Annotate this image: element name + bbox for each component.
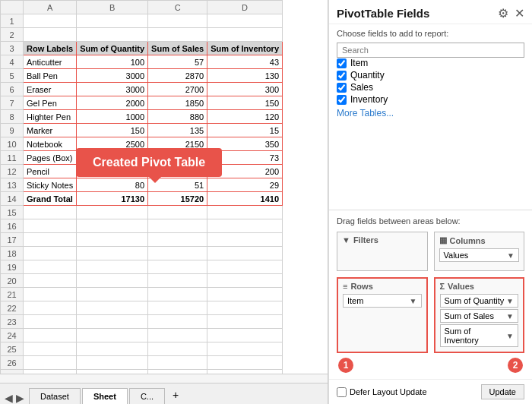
cell-r24-c0[interactable] [24, 329, 77, 342]
cell-r23-c3[interactable] [207, 315, 283, 329]
cell-r3-c1[interactable]: Sum of Quantity [77, 42, 148, 55]
cell-r1-c0[interactable] [24, 14, 77, 28]
cell-r15-c1[interactable] [77, 206, 148, 219]
cell-r17-c3[interactable] [207, 233, 283, 247]
tab-add-button[interactable]: + [166, 386, 185, 404]
cell-r2-c1[interactable] [77, 28, 148, 42]
cell-r8-c3[interactable]: 120 [207, 110, 283, 124]
values-sales-dropdown[interactable]: ▼ [506, 312, 514, 320]
cell-r4-c0[interactable]: Anticutter [24, 55, 77, 69]
cell-r4-c2[interactable]: 57 [148, 55, 207, 69]
defer-layout-checkbox[interactable]: Defer Layout Update [337, 387, 427, 397]
close-icon[interactable]: ✕ [515, 6, 524, 21]
values-item-sales[interactable]: Sum of Sales ▼ [440, 309, 519, 323]
cell-r27-c2[interactable] [148, 370, 207, 374]
columns-dropdown-arrow[interactable]: ▼ [507, 251, 515, 260]
cell-r27-c1[interactable] [77, 370, 148, 374]
search-input[interactable] [337, 43, 524, 58]
cell-r17-c0[interactable] [24, 233, 77, 247]
tab-c[interactable]: C... [129, 388, 165, 404]
grid-area[interactable]: A B C D 123Row LabelsSum of QuantitySum … [0, 0, 328, 374]
checkbox-item[interactable] [337, 58, 347, 68]
cell-r14-c2[interactable]: 15720 [148, 192, 207, 206]
cell-r6-c2[interactable]: 2700 [148, 83, 207, 96]
cell-r3-c3[interactable]: Sum of Inventory [207, 42, 283, 55]
values-inv-dropdown[interactable]: ▼ [506, 332, 514, 340]
nav-prev[interactable]: ◀ [5, 392, 13, 404]
cell-r25-c1[interactable] [77, 342, 148, 356]
cell-r3-c2[interactable]: Sum of Sales [148, 42, 207, 55]
cell-r23-c2[interactable] [148, 315, 207, 329]
cell-r24-c1[interactable] [77, 329, 148, 342]
cell-r22-c0[interactable] [24, 301, 77, 315]
cell-r21-c3[interactable] [207, 288, 283, 301]
cell-r7-c2[interactable]: 1850 [148, 96, 207, 110]
cell-r20-c0[interactable] [24, 274, 77, 288]
cell-r5-c3[interactable]: 130 [207, 69, 283, 83]
cell-r17-c1[interactable] [77, 233, 148, 247]
cell-r11-c0[interactable]: Pages (Box) [24, 151, 77, 165]
cell-r20-c2[interactable] [148, 274, 207, 288]
cell-r27-c3[interactable] [207, 370, 283, 374]
cell-r25-c2[interactable] [148, 342, 207, 356]
cell-r13-c1[interactable]: 80 [77, 178, 148, 192]
cell-r16-c1[interactable] [77, 219, 148, 233]
cell-r10-c0[interactable]: Notebook [24, 137, 77, 151]
sheet-nav[interactable]: ◀ ▶ [0, 392, 29, 404]
checkbox-sales[interactable] [337, 83, 347, 93]
gear-icon[interactable]: ⚙ [498, 6, 508, 21]
cell-r8-c0[interactable]: Highter Pen [24, 110, 77, 124]
cell-r14-c1[interactable]: 17130 [77, 192, 148, 206]
cell-r16-c0[interactable] [24, 219, 77, 233]
cell-r21-c2[interactable] [148, 288, 207, 301]
cell-r8-c2[interactable]: 880 [148, 110, 207, 124]
tab-dataset[interactable]: Dataset [29, 388, 81, 404]
cell-r19-c1[interactable] [77, 260, 148, 274]
cell-r5-c2[interactable]: 2870 [148, 69, 207, 83]
cell-r3-c0[interactable]: Row Labels [24, 42, 77, 55]
more-tables-link[interactable]: More Tables... [337, 108, 524, 118]
cell-r24-c3[interactable] [207, 329, 283, 342]
cell-r15-c3[interactable] [207, 206, 283, 219]
cell-r26-c1[interactable] [77, 356, 148, 370]
cell-r23-c0[interactable] [24, 315, 77, 329]
cell-r19-c3[interactable] [207, 260, 283, 274]
tab-sheet[interactable]: Sheet [82, 388, 128, 404]
cell-r18-c3[interactable] [207, 247, 283, 260]
cell-r7-c1[interactable]: 2000 [77, 96, 148, 110]
checkbox-quantity[interactable] [337, 71, 347, 80]
rows-item[interactable]: Item ▼ [343, 294, 422, 308]
cell-r6-c0[interactable]: Eraser [24, 83, 77, 96]
cell-r7-c0[interactable]: Gel Pen [24, 96, 77, 110]
cell-r2-c0[interactable] [24, 28, 77, 42]
cell-r8-c1[interactable]: 1000 [77, 110, 148, 124]
cell-r15-c0[interactable] [24, 206, 77, 219]
values-item-inventory[interactable]: Sum of Inventory ▼ [440, 324, 519, 347]
cell-r6-c1[interactable]: 3000 [77, 83, 148, 96]
values-qty-dropdown[interactable]: ▼ [506, 297, 514, 305]
cell-r21-c1[interactable] [77, 288, 148, 301]
cell-r21-c0[interactable] [24, 288, 77, 301]
cell-r19-c2[interactable] [148, 260, 207, 274]
cell-r12-c0[interactable]: Pencil [24, 165, 77, 178]
cell-r6-c3[interactable]: 300 [207, 83, 283, 96]
cell-r1-c2[interactable] [148, 14, 207, 28]
horizontal-scrollbar[interactable] [0, 374, 328, 383]
cell-r27-c0[interactable] [24, 370, 77, 374]
cell-r22-c1[interactable] [77, 301, 148, 315]
cell-r19-c0[interactable] [24, 260, 77, 274]
columns-item[interactable]: Values ▼ [439, 248, 520, 262]
cell-r23-c1[interactable] [77, 315, 148, 329]
values-item-quantity[interactable]: Sum of Quantity ▼ [440, 294, 519, 308]
defer-checkbox[interactable] [337, 387, 347, 397]
cell-r5-c1[interactable]: 3000 [77, 69, 148, 83]
cell-r25-c3[interactable] [207, 342, 283, 356]
cell-r4-c1[interactable]: 100 [77, 55, 148, 69]
rows-dropdown-arrow[interactable]: ▼ [410, 297, 417, 305]
cell-r17-c2[interactable] [148, 233, 207, 247]
cell-r1-c3[interactable] [207, 14, 283, 28]
cell-r15-c2[interactable] [148, 206, 207, 219]
cell-r22-c3[interactable] [207, 301, 283, 315]
cell-r9-c0[interactable]: Marker [24, 124, 77, 137]
cell-r18-c0[interactable] [24, 247, 77, 260]
